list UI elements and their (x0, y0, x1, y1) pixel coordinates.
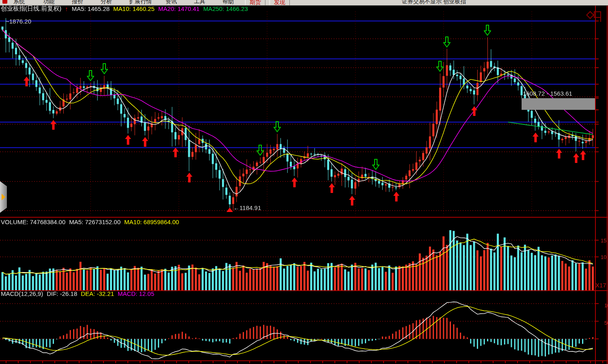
menu-help[interactable]: 帮助 (222, 0, 234, 5)
buy-signal-arrow (349, 196, 355, 207)
sell-signal-arrow (87, 70, 94, 83)
period-high-label: ~1876.20 (6, 18, 31, 25)
buy-signal-arrow (393, 192, 399, 203)
buy-signal-arrow (186, 173, 192, 184)
price-pane-header: 创业板指(日线.前复权) ↑ MA5: 1465.28 MA10: 1460.2… (1, 5, 248, 12)
buy-signal-arrow (291, 178, 298, 189)
volume-ma5-value: 72673152.00 (85, 218, 121, 225)
trading-app-window: { "window": { "right_status": "证券交易不显示 创… (0, 0, 608, 364)
dif-value: -26.18 (60, 290, 78, 297)
dea-value: -32.21 (97, 290, 114, 297)
buy-signal-arrow (573, 153, 579, 165)
volume-ma10-value: 68959864.00 (144, 218, 179, 225)
volume-ma10-label: MA10: (124, 218, 142, 225)
volume-value: 74768384.00 (30, 218, 66, 225)
ma250-label: MA250: (203, 5, 224, 12)
ma10-value: 1460.25 (133, 5, 155, 12)
menu-info[interactable]: 资讯 (166, 0, 177, 5)
sell-signal-arrow (257, 145, 264, 157)
symbol-title: 创业板指(日线.前复权) (1, 5, 61, 13)
app-icon[interactable] (2, 0, 7, 4)
sell-signal-arrow (484, 25, 491, 37)
buy-signal-arrow (533, 133, 539, 144)
buy-signal-arrow (50, 120, 56, 131)
macd-value: 12.05 (139, 290, 155, 297)
side-panel-expand-tab[interactable] (0, 181, 7, 213)
menu-bar: 系统 功能 报价 分析 扩展行情 资讯 工具 帮助 期货 发现 证券交易不显示 … (0, 0, 608, 6)
buy-signal-arrow (580, 150, 586, 162)
buy-signal-arrow (24, 77, 30, 88)
buy-signal-arrow (556, 149, 562, 160)
menu-analysis[interactable]: 分析 (101, 0, 112, 5)
trend-up-icon: ↑ (65, 5, 68, 12)
ma250-value: 1466.23 (226, 5, 248, 12)
sell-signal-arrow (443, 36, 451, 49)
chart-canvas[interactable] (0, 0, 608, 364)
sell-signal-arrow (436, 61, 444, 73)
macd-pane-header: MACD(12,26,9) DIF: -26.18 DEA: -32.21 MA… (1, 290, 154, 297)
macd-axis-label-2: 50.00 (604, 320, 608, 326)
ma20-value: 1470.41 (177, 5, 199, 12)
minute-chart-icon[interactable] (594, 11, 601, 18)
ma10-label: MA10: (113, 5, 131, 12)
buy-signal-arrow (125, 135, 131, 146)
ma20-label: MA20: (158, 5, 176, 12)
buy-signal-arrow (142, 137, 148, 148)
menu-function[interactable]: 功能 (43, 0, 54, 5)
volume-label: VOLUME: (1, 218, 28, 225)
menu-tools[interactable]: 工具 (194, 0, 205, 5)
menu-quote[interactable]: 报价 (72, 0, 83, 5)
macd-label: MACD: (118, 290, 137, 297)
volume-scale-label: X17 (595, 282, 606, 289)
sell-signal-arrow (372, 159, 379, 171)
menu-system[interactable]: 系统 (13, 0, 25, 5)
ma5-value: 1465.28 (88, 5, 110, 12)
low-point-marker (226, 208, 233, 212)
macd-axis-label-1: 100.00 (604, 302, 608, 308)
diamond-icon[interactable] (587, 12, 593, 18)
menu-extended-market[interactable]: 扩展行情 (129, 0, 152, 5)
ma5-label: MA5: (72, 5, 86, 12)
macd-params: MACD(12,26,9) (1, 290, 43, 297)
period-low-label: ←1184.91 (233, 204, 261, 211)
buy-signal-arrow (329, 183, 335, 195)
buy-signal-arrow (471, 106, 477, 118)
dea-label: DEA: (81, 290, 95, 297)
sell-signal-arrow (274, 121, 281, 134)
menu-button-discover[interactable]: 发现 (270, 0, 290, 6)
volume-axis-label-2: 100000000 (601, 254, 606, 260)
dif-label: DIF: (47, 290, 58, 297)
volume-pane-header: VOLUME: 74768384.00 MA5: 72673152.00 MA1… (1, 218, 179, 225)
volume-axis-label-1: 150000000 (601, 238, 606, 244)
sell-signal-arrow (101, 63, 108, 76)
window-status-text: 证券交易不显示 创业板指 (402, 0, 466, 5)
buy-signal-arrow (172, 148, 179, 159)
expand-arrow-icon (2, 194, 5, 200)
gap-range-label: 1608.72 - 1563.61 (523, 90, 572, 97)
volume-ma5-label: MA5: (69, 218, 83, 225)
menu-button-futures[interactable]: 期货 (245, 0, 265, 6)
